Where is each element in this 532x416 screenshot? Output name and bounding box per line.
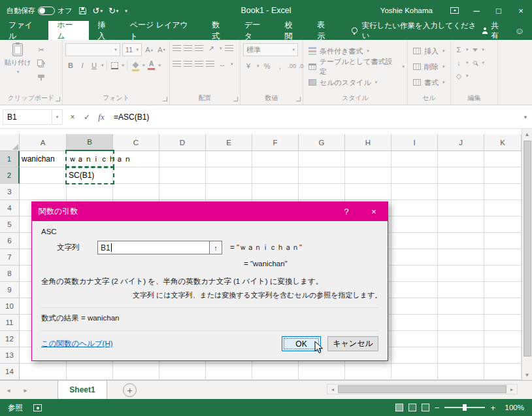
- align-left-icon[interactable]: [173, 61, 181, 67]
- increase-decimal-button[interactable]: .00: [288, 63, 297, 69]
- row-header-10[interactable]: 10: [0, 298, 20, 315]
- cell-E3[interactable]: [206, 184, 252, 200]
- fill-button[interactable]: ↓: [454, 58, 464, 68]
- cell-C2[interactable]: [113, 167, 159, 184]
- currency-format-button[interactable]: ¥: [243, 61, 254, 71]
- dialog-title-bar[interactable]: 関数の引数 ? ×: [32, 202, 388, 221]
- dialog-launcher-icon[interactable]: [233, 97, 238, 101]
- row-header-2[interactable]: 2: [0, 167, 20, 184]
- cell-A1[interactable]: wanichan: [20, 151, 67, 167]
- cell-C14[interactable]: [113, 364, 159, 380]
- tab-review[interactable]: 校閲: [276, 21, 309, 40]
- column-header-I[interactable]: I: [391, 134, 438, 151]
- cell-K11[interactable]: [484, 315, 522, 331]
- column-header-B[interactable]: B: [67, 134, 113, 151]
- dialog-launcher-icon[interactable]: [163, 97, 167, 101]
- cell-K14[interactable]: [484, 364, 522, 380]
- row-header-11[interactable]: 11: [0, 315, 20, 331]
- zoom-level[interactable]: 100%: [501, 404, 524, 411]
- save-button[interactable]: [78, 7, 87, 15]
- cell-E14[interactable]: [206, 364, 252, 380]
- cell-J8[interactable]: [438, 266, 484, 282]
- cell-K13[interactable]: [484, 347, 522, 364]
- vertical-scroll-thumb[interactable]: [524, 141, 531, 356]
- cell-I6[interactable]: [391, 233, 438, 249]
- cell-J11[interactable]: [438, 315, 484, 331]
- cell-H3[interactable]: [345, 184, 391, 200]
- row-header-14[interactable]: 14: [0, 364, 20, 380]
- cell-F14[interactable]: [252, 364, 299, 380]
- column-header-K[interactable]: K: [484, 134, 522, 151]
- cell-I14[interactable]: [391, 364, 438, 380]
- cell-K6[interactable]: [484, 233, 522, 249]
- cell-J7[interactable]: [438, 249, 484, 266]
- merge-center-button[interactable]: ↔: [217, 59, 227, 69]
- align-top-icon[interactable]: [173, 45, 181, 52]
- clear-button[interactable]: ◇: [454, 71, 464, 81]
- cell-G2[interactable]: [299, 167, 345, 184]
- page-layout-view-button[interactable]: [408, 404, 416, 411]
- vertical-scrollbar[interactable]: ▲ ▼: [522, 129, 532, 380]
- cell-I5[interactable]: [391, 217, 438, 233]
- feedback-smiley-icon[interactable]: ☺: [515, 26, 524, 35]
- dialog-help-button[interactable]: ?: [333, 202, 360, 221]
- select-all-button[interactable]: [0, 134, 20, 151]
- orientation-button[interactable]: ↗: [206, 43, 216, 54]
- argument-input[interactable]: B1: [97, 241, 210, 254]
- confirm-entry-button[interactable]: ✓: [80, 109, 94, 125]
- cell-D2[interactable]: [159, 167, 206, 184]
- cell-I12[interactable]: [391, 331, 438, 347]
- row-header-9[interactable]: 9: [0, 282, 20, 298]
- collapse-dialog-button[interactable]: ↑: [210, 241, 222, 254]
- tab-view[interactable]: 表示: [308, 21, 341, 40]
- formula-bar-expand-button[interactable]: ▾: [519, 114, 532, 120]
- font-color-button[interactable]: A: [146, 60, 157, 71]
- underline-button[interactable]: U: [89, 60, 99, 71]
- delete-cells-button[interactable]: 削除▾: [410, 59, 448, 75]
- cell-G3[interactable]: [299, 184, 345, 200]
- autosave-toggle[interactable]: 自動保存 オフ: [7, 6, 73, 16]
- format-as-table-button[interactable]: テーブルとして書式設定▾: [306, 59, 405, 75]
- row-header-6[interactable]: 6: [0, 233, 20, 249]
- tab-file[interactable]: ファイル: [0, 21, 48, 40]
- fill-color-button[interactable]: [130, 60, 141, 71]
- column-header-G[interactable]: G: [299, 134, 345, 151]
- row-header-12[interactable]: 12: [0, 331, 20, 347]
- cell-K7[interactable]: [484, 249, 522, 266]
- cell-F1[interactable]: [252, 151, 299, 167]
- cell-K8[interactable]: [484, 266, 522, 282]
- cell-K12[interactable]: [484, 331, 522, 347]
- cell-J1[interactable]: [438, 151, 484, 167]
- autosum-button[interactable]: Σ: [454, 44, 464, 55]
- bold-button[interactable]: B: [65, 60, 76, 71]
- zoom-out-button[interactable]: −: [435, 404, 440, 412]
- format-cells-button[interactable]: 書式▾: [410, 75, 448, 90]
- tab-data[interactable]: データ: [236, 21, 276, 40]
- cell-H14[interactable]: [345, 364, 391, 380]
- tell-me-box[interactable]: 実行したい作業を入力してください: [352, 21, 482, 40]
- align-middle-icon[interactable]: [184, 45, 192, 52]
- cell-B14[interactable]: [67, 364, 113, 380]
- zoom-slider-thumb[interactable]: [463, 404, 467, 411]
- copy-button[interactable]: ▾: [36, 58, 46, 68]
- increase-font-size-button[interactable]: A▴: [144, 44, 154, 55]
- font-name-combo[interactable]: ▾: [65, 43, 120, 56]
- cell-G1[interactable]: [299, 151, 345, 167]
- cell-I13[interactable]: [391, 347, 438, 364]
- row-header-3[interactable]: 3: [0, 184, 20, 200]
- cell-I7[interactable]: [391, 249, 438, 266]
- cell-D14[interactable]: [159, 364, 206, 380]
- column-header-H[interactable]: H: [345, 134, 391, 151]
- function-help-link[interactable]: この関数のヘルプ(H): [41, 339, 113, 349]
- cell-J5[interactable]: [438, 217, 484, 233]
- font-size-combo[interactable]: 11▾: [122, 43, 142, 56]
- row-header-8[interactable]: 8: [0, 266, 20, 282]
- customize-qat-button[interactable]: ▾: [125, 9, 127, 13]
- align-bottom-icon[interactable]: [195, 45, 203, 52]
- dialog-close-button[interactable]: ×: [360, 202, 388, 221]
- format-painter-button[interactable]: [36, 71, 46, 81]
- column-header-F[interactable]: F: [252, 134, 299, 151]
- paste-button[interactable]: 貼り付け ▾: [3, 43, 33, 94]
- align-center-icon[interactable]: [184, 61, 192, 67]
- cell-K4[interactable]: [484, 200, 522, 217]
